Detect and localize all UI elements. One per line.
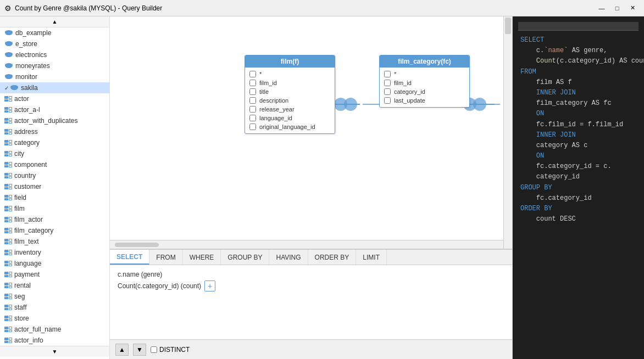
sidebar-item-film-actor[interactable]: film_actor bbox=[0, 214, 109, 225]
tab-from[interactable]: FROM bbox=[149, 250, 182, 265]
sidebar-scroll-down[interactable]: ▼ bbox=[52, 349, 58, 355]
sidebar-item-language[interactable]: language bbox=[0, 258, 109, 269]
nav-up-button[interactable]: ▲ bbox=[115, 344, 129, 356]
table-name-label: film_actor bbox=[14, 216, 43, 223]
fc-check-update[interactable] bbox=[384, 97, 391, 104]
svg-point-8 bbox=[344, 98, 357, 111]
fc-field-filmid[interactable]: film_id bbox=[380, 78, 469, 87]
sidebar-item-city[interactable]: city bbox=[0, 148, 109, 159]
film-field-id[interactable]: film_id bbox=[245, 78, 335, 87]
maximize-button[interactable]: □ bbox=[610, 3, 624, 14]
tab-group-by[interactable]: GROUP BY bbox=[221, 250, 269, 265]
sidebar-item-electronics[interactable]: electronics bbox=[0, 49, 109, 60]
table-name-label: language bbox=[14, 260, 41, 267]
sidebar-item-category[interactable]: category bbox=[0, 137, 109, 148]
sidebar-item-moneyrates[interactable]: moneyrates bbox=[0, 60, 109, 71]
sidebar-item-db-example[interactable]: db_example bbox=[0, 27, 109, 38]
fc-field-catid[interactable]: category_id bbox=[380, 87, 469, 96]
canvas-hscroll[interactable] bbox=[110, 240, 503, 249]
sidebar-item-sakila[interactable]: ✓ sakila bbox=[0, 82, 109, 93]
table-name-label: film bbox=[14, 205, 25, 212]
film-field-desc[interactable]: description bbox=[245, 96, 335, 105]
table-name-label: city bbox=[14, 150, 24, 158]
add-field-button[interactable]: + bbox=[204, 281, 215, 291]
film-check-id[interactable] bbox=[249, 80, 256, 86]
nav-down-button[interactable]: ▼ bbox=[133, 344, 146, 356]
sidebar-item-seg[interactable]: seg bbox=[0, 291, 109, 302]
distinct-checkbox[interactable] bbox=[151, 346, 157, 353]
sidebar-item-customer[interactable]: customer bbox=[0, 181, 109, 192]
fc-field-star[interactable]: * bbox=[380, 70, 469, 78]
sidebar-item-inventory[interactable]: inventory bbox=[0, 247, 109, 258]
film-field-star[interactable]: * bbox=[245, 70, 335, 78]
sql-col2: Count(c.category_id) AS count bbox=[520, 56, 636, 66]
film-check-year[interactable] bbox=[249, 106, 256, 113]
query-tabs: SELECT FROM WHERE GROUP BY HAVING ORDER … bbox=[110, 250, 512, 265]
film-check-desc[interactable] bbox=[249, 97, 256, 104]
query-content: c.name (genre) Count(c.category_id) (cou… bbox=[110, 265, 512, 339]
sql-film: film AS f bbox=[520, 77, 636, 88]
sidebar-item-film[interactable]: film bbox=[0, 203, 109, 214]
fc-field-update[interactable]: last_update bbox=[380, 96, 469, 105]
canvas-vscroll[interactable] bbox=[503, 16, 512, 249]
select-field-2: Count(c.category_id) (count) + bbox=[118, 281, 504, 291]
sidebar-item-actor[interactable]: actor bbox=[0, 93, 109, 104]
tab-where[interactable]: WHERE bbox=[183, 250, 221, 265]
sidebar-item-component[interactable]: component bbox=[0, 159, 109, 170]
sidebar-item-actor-with-duplicates[interactable]: actor_with_duplicates bbox=[0, 115, 109, 126]
sidebar-item-actor-a-l[interactable]: actor_a-l bbox=[0, 104, 109, 115]
minimize-button[interactable]: — bbox=[595, 3, 609, 14]
table-name-label: payment bbox=[14, 271, 40, 278]
sidebar-item-field[interactable]: field bbox=[0, 192, 109, 203]
close-button[interactable]: ✕ bbox=[625, 3, 640, 14]
sql-on2: ON bbox=[520, 151, 636, 161]
tab-having[interactable]: HAVING bbox=[269, 250, 308, 265]
sidebar-label: moneyrates bbox=[15, 62, 50, 70]
sql-panel: SELECT c.`name` AS genre, Count(c.catego… bbox=[512, 16, 644, 359]
sidebar-item-staff[interactable]: staff bbox=[0, 302, 109, 313]
sidebar-scroll-up[interactable]: ▲ bbox=[52, 19, 58, 25]
film-check-title[interactable] bbox=[249, 88, 256, 95]
table-name-label: field bbox=[14, 194, 26, 201]
sql-on2-cond1: fc.category_id = c. bbox=[520, 161, 636, 172]
table-name-label: address bbox=[14, 128, 38, 136]
sidebar-item-address[interactable]: address bbox=[0, 126, 109, 137]
sql-scroll[interactable] bbox=[518, 22, 639, 31]
sql-on2-cond2: category_id bbox=[520, 172, 636, 182]
tab-limit[interactable]: LIMIT bbox=[356, 250, 387, 265]
film-check-star[interactable] bbox=[249, 71, 256, 77]
table-name-label: staff bbox=[14, 304, 26, 311]
fc-check-star[interactable] bbox=[384, 71, 391, 77]
film-field-title[interactable]: title bbox=[245, 87, 335, 96]
sql-col1: c.`name` AS genre, bbox=[520, 46, 636, 56]
sql-select: SELECT bbox=[520, 35, 636, 46]
sql-orderby-col: count DESC bbox=[520, 214, 636, 225]
sql-from: FROM bbox=[520, 67, 636, 77]
window-controls: — □ ✕ bbox=[595, 3, 640, 14]
sidebar-item-monitor[interactable]: monitor bbox=[0, 71, 109, 82]
film-field-year[interactable]: release_year bbox=[245, 105, 335, 114]
sidebar-item-rental[interactable]: rental bbox=[0, 280, 109, 291]
tab-order-by[interactable]: ORDER BY bbox=[308, 250, 357, 265]
sidebar-item-actor-info[interactable]: actor_info bbox=[0, 335, 109, 346]
film-check-lang[interactable] bbox=[249, 115, 256, 121]
sidebar-item-store[interactable]: store bbox=[0, 313, 109, 324]
fc-check-filmid[interactable] bbox=[384, 80, 391, 86]
film-field-orig[interactable]: original_language_id bbox=[245, 122, 335, 131]
table-name-label: actor_a-l bbox=[14, 106, 40, 114]
table-name-label: actor bbox=[14, 95, 29, 103]
sidebar-item-e-store[interactable]: e_store bbox=[0, 38, 109, 49]
table-name-label: actor_with_duplicates bbox=[14, 117, 77, 125]
film-field-lang[interactable]: language_id bbox=[245, 114, 335, 122]
sidebar-item-film-category[interactable]: film_category bbox=[0, 225, 109, 236]
sidebar-item-film-text[interactable]: film_text bbox=[0, 236, 109, 247]
sidebar-item-payment[interactable]: payment bbox=[0, 269, 109, 280]
distinct-option: DISTINCT bbox=[151, 346, 190, 354]
fc-check-catid[interactable] bbox=[384, 88, 391, 95]
sidebar-item-country[interactable]: country bbox=[0, 170, 109, 181]
film-check-orig[interactable] bbox=[249, 124, 256, 130]
sql-inner1: INNER JOIN bbox=[520, 88, 636, 98]
svg-point-11 bbox=[473, 98, 486, 111]
sidebar-item-actor-full-name[interactable]: actor_full_name bbox=[0, 324, 109, 335]
tab-select[interactable]: SELECT bbox=[110, 250, 149, 265]
